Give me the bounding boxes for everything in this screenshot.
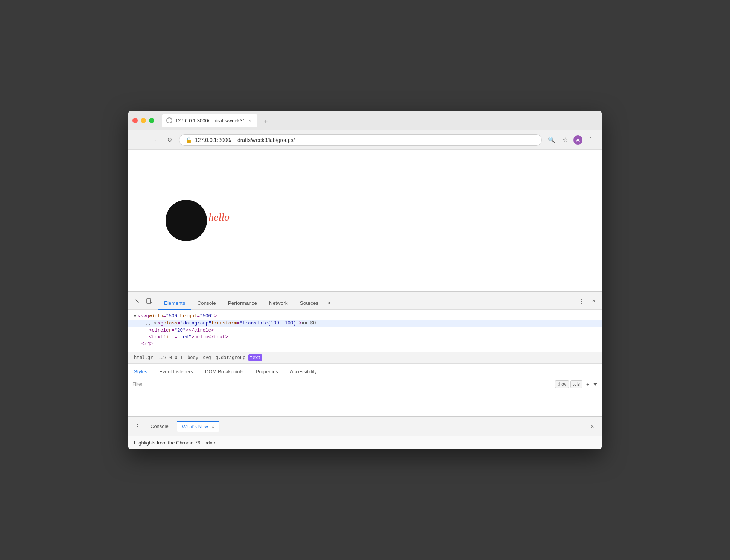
devtools-panel: Elements Console Performance Network Sou… [128,291,602,449]
tag-g-open: <g [158,321,163,326]
devtools-close-button[interactable]: × [589,296,599,306]
tag-circle-close: ></circle> [186,328,214,333]
zoom-button[interactable]: 🔍 [546,135,557,145]
reload-button[interactable]: ↻ [164,135,175,145]
html-line-close-g[interactable]: </g> [128,341,602,347]
address-bar: ← → ↻ 🔒 127.0.0.1:3000/__drafts/week3/la… [128,130,602,150]
styles-tab-dom-breakpoints[interactable]: DOM Breakpoints [199,367,250,377]
attr-height-val: "500" [200,313,214,319]
attr-width-name: width [149,313,163,319]
highlights-text: Highlights from the Chrome 76 update [134,440,217,446]
tag-close-g: </g> [141,341,153,347]
tab-favicon [166,117,172,123]
devtools-settings-button[interactable]: ⋮ [576,296,587,306]
svg-circle [166,200,207,241]
back-button[interactable]: ← [134,135,144,145]
svg-demo: hello [166,200,207,241]
more-tabs-button[interactable]: » [324,297,333,309]
bottom-console-tab[interactable]: Console [145,421,174,431]
filter-triangle-icon [593,383,598,386]
html-line-g[interactable]: ... ▼ <g class = "datagroup" transform =… [128,320,602,327]
filter-placeholder[interactable]: Filter [132,382,552,387]
html-tree: ▼ <svg width = "500" height = "500" > ..… [128,310,602,352]
attr-fill-val: "red" [177,335,192,340]
attr-width-val: "500" [166,313,180,319]
attr-eq5: = [172,328,175,333]
svg-hello-text: hello [208,211,230,223]
devtools-tool-icons [131,295,155,309]
attr-eq6: = [175,335,178,340]
maximize-traffic-light[interactable] [149,118,154,123]
add-style-rule-button[interactable]: + [584,380,592,388]
bottom-whats-new-tab[interactable]: What's New × [177,421,220,432]
device-emulation-button[interactable] [144,295,155,306]
breadcrumb-html[interactable]: html.gr__127_0_0_1 [132,354,184,361]
breadcrumb-g[interactable]: g.datagroup [214,354,247,361]
traffic-lights [132,118,154,123]
address-url-text: 127.0.0.1:3000/__drafts/week3/lab/groups… [195,137,535,143]
whats-new-close-button[interactable]: × [211,424,214,429]
menu-button[interactable]: ⋮ [586,135,596,145]
styles-tab-event-listeners[interactable]: Event Listeners [153,367,199,377]
tab-performance[interactable]: Performance [222,297,263,310]
html-line-text[interactable]: <text fill = "red" >hello</text> [128,334,602,341]
dots-button[interactable]: ... [141,320,151,326]
back-icon: ← [136,137,142,143]
element-picker-icon [133,297,140,304]
styles-tabs: Styles Event Listeners DOM Breakpoints P… [128,364,602,377]
cls-filter-button[interactable]: .cls [570,380,582,388]
webpage-content: hello [128,150,602,291]
attr-transform-name: transform [211,321,237,326]
attr-class-val: "datagroup" [180,321,211,326]
svg-rect-3 [151,300,152,303]
address-actions: 🔍 ☆ ⋮ [546,135,596,145]
whats-new-label: What's New [182,424,208,429]
tag-text-open: <text [149,335,163,340]
tab-console[interactable]: Console [191,297,222,310]
reload-icon: ↻ [167,136,172,143]
minimize-traffic-light[interactable] [141,118,146,123]
vivaldi-icon[interactable] [573,135,582,145]
tab-title: 127.0.0.1:3000/__drafts/week3/ [175,118,244,123]
tab-sources[interactable]: Sources [294,297,325,310]
styles-tab-accessibility[interactable]: Accessibility [284,367,323,377]
tab-network[interactable]: Network [263,297,294,310]
close-traffic-light[interactable] [132,118,138,123]
breadcrumb-svg[interactable]: svg [201,354,213,361]
tab-close-button[interactable]: × [247,117,253,123]
address-input[interactable]: 🔒 127.0.0.1:3000/__drafts/week3/lab/grou… [179,134,542,146]
tag-svg-close-angle: > [214,313,217,319]
styles-tab-styles[interactable]: Styles [128,367,153,377]
html-line-svg[interactable]: ▼ <svg width = "500" height = "500" > [128,313,602,320]
hov-filter-button[interactable]: :hov [555,380,569,388]
html-line-circle[interactable]: <circle r = "20" ></circle> [128,327,602,334]
svg-rect-2 [147,299,151,303]
attr-transform-val: "translate(100, 100)" [240,321,299,326]
breadcrumb-body[interactable]: body [186,354,200,361]
attr-r-name: r [169,328,172,333]
attr-class-name: class [163,321,178,326]
arrow-svg: ▼ [134,314,136,318]
bottom-dots-button[interactable]: ⋮ [132,421,142,432]
secure-icon: 🔒 [186,137,192,143]
attr-eq2: = [197,313,200,319]
new-tab-button[interactable]: + [260,117,271,127]
tab-bar: 127.0.0.1:3000/__drafts/week3/ × + [162,114,598,127]
styles-panel: Styles Event Listeners DOM Breakpoints P… [128,364,602,416]
bottom-bar: ⋮ Console What's New × × [128,416,602,436]
attr-eq3: = [178,321,181,326]
bottom-close-button[interactable]: × [587,421,598,432]
arrow-g: ▼ [154,321,156,326]
active-tab[interactable]: 127.0.0.1:3000/__drafts/week3/ × [162,114,257,127]
attr-eq4: = [237,321,240,326]
bookmark-button[interactable]: ☆ [560,135,570,145]
styles-tab-properties[interactable]: Properties [250,367,284,377]
device-emulation-icon [146,297,153,304]
svg-line-1 [135,300,139,303]
attr-eq1: = [163,313,166,319]
forward-button[interactable]: → [149,135,160,145]
tab-elements[interactable]: Elements [158,297,191,310]
element-picker-button[interactable] [131,295,142,306]
filter-buttons: :hov .cls + [555,380,598,388]
breadcrumb-text[interactable]: text [248,354,262,361]
